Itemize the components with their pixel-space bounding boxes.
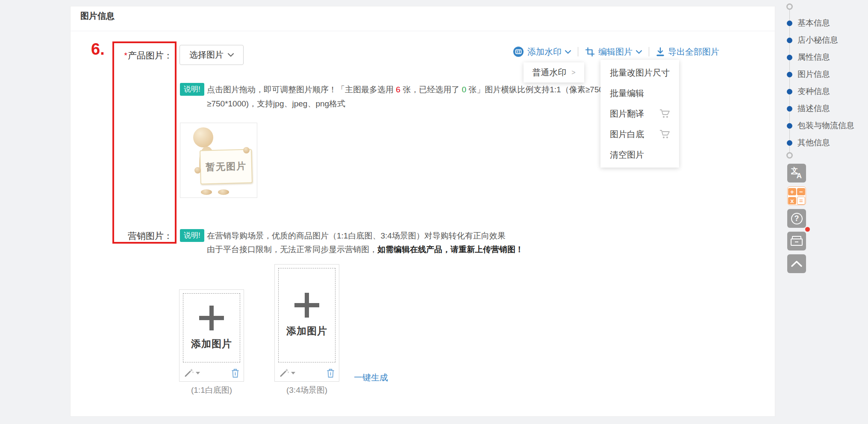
sidebar-item-basic-info[interactable]: 基本信息 bbox=[784, 18, 830, 28]
archive-button[interactable] bbox=[787, 232, 806, 250]
download-icon bbox=[656, 47, 665, 57]
watermark-menu[interactable]: 普通水印 > bbox=[524, 62, 584, 82]
chevron-down-icon bbox=[228, 53, 234, 57]
magic-edit-button[interactable] bbox=[184, 368, 200, 378]
dot-icon bbox=[787, 89, 792, 94]
add-image-dropzone-1-1[interactable]: 添加图片 bbox=[183, 293, 240, 362]
placeholder-figure-head bbox=[193, 127, 213, 147]
sidebar-item-packaging-logistics-info[interactable]: 包装与物流信息 bbox=[784, 121, 854, 131]
upload-box-1-1: 添加图片 bbox=[179, 289, 244, 382]
sidebar-item-attribute-info[interactable]: 属性信息 bbox=[784, 52, 830, 62]
placeholder-figure-hand bbox=[243, 147, 250, 153]
marketing-note-line2: 由于平台接口限制，无法正常同步显示营销图，如需编辑在线产品，请重新上传营销图！ bbox=[207, 244, 524, 255]
back-to-top-button[interactable] bbox=[787, 254, 806, 273]
question-mark-icon: ? bbox=[791, 213, 803, 224]
magic-wand-icon bbox=[279, 368, 289, 378]
timeline-endpoint-icon bbox=[786, 152, 793, 159]
translate-button[interactable]: 文 A bbox=[787, 164, 806, 183]
chevron-up-icon bbox=[791, 260, 803, 267]
menu-item-white-background[interactable]: 图片白底 bbox=[600, 124, 679, 144]
product-images-label: *产品图片： bbox=[114, 50, 173, 62]
timeline-endpoint-icon bbox=[786, 3, 793, 10]
upload-box-3-4: 添加图片 bbox=[274, 264, 339, 382]
magic-edit-button[interactable] bbox=[279, 368, 295, 378]
image-toolbar: 添加水印 编辑图片 导出全部图片 bbox=[513, 44, 719, 59]
calculator-icon: + bbox=[788, 188, 796, 195]
archive-box-icon bbox=[791, 236, 803, 246]
plus-icon bbox=[199, 306, 224, 330]
add-image-dropzone-3-4[interactable]: 添加图片 bbox=[278, 268, 335, 362]
chevron-down-icon bbox=[636, 50, 642, 54]
menu-item-normal-watermark: 普通水印 bbox=[532, 67, 566, 78]
required-asterisk: * bbox=[124, 51, 127, 60]
timeline-line bbox=[789, 9, 790, 157]
dot-icon bbox=[787, 72, 792, 77]
sidebar-item-variant-info[interactable]: 变种信息 bbox=[784, 86, 830, 97]
upload-footer bbox=[179, 365, 244, 381]
panel-title: 图片信息 bbox=[80, 10, 115, 22]
dot-icon bbox=[787, 21, 792, 26]
menu-item-image-translate[interactable]: 图片翻译 bbox=[600, 103, 679, 124]
watermark-icon bbox=[513, 46, 524, 57]
sidebar-item-other-info[interactable]: 其他信息 bbox=[784, 138, 830, 148]
calculator-button[interactable]: + − x = bbox=[787, 186, 806, 205]
placeholder-figure-foot bbox=[201, 189, 212, 195]
magic-wand-icon bbox=[184, 368, 194, 378]
note-badge: 说明! bbox=[180, 229, 204, 242]
menu-item-batch-edit[interactable]: 批量编辑 bbox=[600, 83, 679, 103]
trash-icon[interactable] bbox=[231, 368, 239, 378]
caret-down-icon bbox=[196, 372, 200, 374]
crop-icon bbox=[585, 47, 595, 57]
dot-icon bbox=[787, 55, 792, 60]
step-number-annotation: 6. bbox=[91, 40, 105, 59]
caption-1-1-white-bg: (1:1白底图) bbox=[179, 385, 244, 396]
used-count: 0 bbox=[462, 85, 466, 94]
marketing-note-line1: 在营销导购场景，优质的商品图片（1:1白底图、3:4场景图）对导购转化有正向效果 bbox=[207, 230, 506, 241]
chevron-down-icon bbox=[565, 50, 571, 54]
caption-3-4-scene: (3:4场景图) bbox=[274, 385, 339, 396]
edit-image-button[interactable]: 编辑图片 bbox=[585, 46, 642, 58]
sidebar-item-image-info[interactable]: 图片信息 bbox=[784, 69, 830, 80]
placeholder-figure-hand bbox=[194, 167, 201, 174]
cart-icon bbox=[659, 130, 671, 139]
no-image-sign: 暂无图片 bbox=[200, 149, 253, 184]
menu-item-clear-images[interactable]: 清空图片 bbox=[600, 144, 679, 165]
marketing-images-label: 营销图片： bbox=[114, 230, 173, 242]
one-click-generate-link[interactable]: 一键生成 bbox=[354, 372, 388, 383]
toolbar-divider bbox=[578, 47, 578, 56]
dot-icon bbox=[787, 140, 792, 146]
edit-image-menu: 批量改图片尺寸 批量编辑 图片翻译 图片白底 清空图片 bbox=[600, 60, 679, 168]
cart-icon bbox=[659, 109, 671, 118]
panel-header-divider bbox=[71, 31, 775, 31]
placeholder-figure-foot bbox=[218, 189, 229, 195]
notification-dot bbox=[805, 227, 810, 232]
menu-item-batch-resize[interactable]: 批量改图片尺寸 bbox=[600, 62, 679, 83]
sidebar-item-dianxiaomi-info[interactable]: 店小秘信息 bbox=[784, 35, 838, 45]
dot-icon bbox=[787, 123, 792, 129]
help-button[interactable]: ? bbox=[787, 209, 806, 228]
select-image-button[interactable]: 选择图片 bbox=[179, 45, 244, 65]
no-image-placeholder: 暂无图片 bbox=[180, 123, 257, 198]
upload-footer bbox=[275, 365, 339, 381]
caret-down-icon bbox=[291, 372, 295, 374]
note-badge: 说明! bbox=[180, 83, 204, 96]
toolbar-divider bbox=[649, 47, 649, 56]
dot-icon bbox=[787, 106, 792, 112]
submenu-arrow-icon: > bbox=[571, 69, 575, 77]
product-images-note-line2: ≥750*1000)，支持jpg、jpeg、png格式 bbox=[207, 98, 345, 109]
plus-icon bbox=[294, 293, 319, 318]
add-watermark-button[interactable]: 添加水印 bbox=[513, 46, 571, 58]
sidebar-item-description-info[interactable]: 描述信息 bbox=[784, 103, 830, 114]
export-all-images-button[interactable]: 导出全部图片 bbox=[656, 46, 719, 58]
trash-icon[interactable] bbox=[327, 368, 335, 378]
max-count: 6 bbox=[396, 85, 400, 94]
dot-icon bbox=[787, 38, 792, 43]
section-anchor-nav: 基本信息 店小秘信息 属性信息 图片信息 变种信息 描述信息 包装与物流信息 其… bbox=[784, 3, 868, 162]
